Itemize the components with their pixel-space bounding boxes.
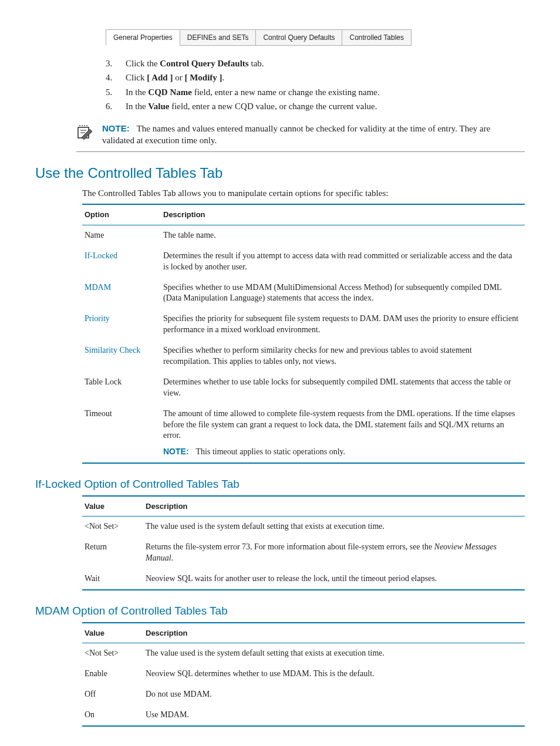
opt-desc: Specifies whether to perform similarity … xyxy=(161,340,525,372)
table-row: <Not Set> The value used is the system d… xyxy=(82,643,525,664)
col-value: Value xyxy=(82,496,143,517)
table-row: On Use MDAM. xyxy=(82,705,525,726)
step-post: field, enter a new name or change the ex… xyxy=(192,87,380,97)
desc-post: . xyxy=(171,553,174,562)
table-row: Return Returns the file-system error 73.… xyxy=(82,537,525,569)
step-number: 4. xyxy=(106,72,126,83)
step-post: field, enter a new CQD value, or change … xyxy=(169,102,377,111)
table-row: <Not Set> The value used is the system d… xyxy=(82,517,525,537)
table-row: Table Lock Determines whether to use tab… xyxy=(82,372,525,404)
table-row: Wait Neoview SQL waits for another user … xyxy=(82,569,525,590)
section-intro: The Controlled Tables Tab allows you to … xyxy=(82,187,525,199)
iflocked-table: Value Description <Not Set> The value us… xyxy=(82,495,525,590)
val-wait: Wait xyxy=(82,569,143,590)
opt-desc: Specifies the priority for subsequent fi… xyxy=(161,309,525,340)
val-desc: Do not use MDAM. xyxy=(143,684,525,705)
step-bold2: [ Modify ] xyxy=(184,73,222,82)
opt-desc: Specifies whether to use MDAM (MultiDime… xyxy=(161,278,525,309)
heading-controlled-tables: Use the Controlled Tables Tab xyxy=(35,164,525,183)
val-desc: The value used is the system default set… xyxy=(143,643,525,664)
step-mid: or xyxy=(173,73,184,82)
step-bold: CQD Name xyxy=(148,87,192,97)
step-number: 6. xyxy=(106,100,126,112)
opt-timeout: Timeout xyxy=(82,404,161,464)
step-text: In the CQD Name field, enter a new name … xyxy=(126,86,380,98)
val-on: On xyxy=(82,705,143,726)
note-block: NOTE:The names and values entered manual… xyxy=(76,123,525,152)
opt-mdam[interactable]: MDAM xyxy=(82,278,161,309)
step-number: 5. xyxy=(106,86,126,98)
opt-priority[interactable]: Priority xyxy=(82,309,161,340)
heading-iflocked: If-Locked Option of Controlled Tables Ta… xyxy=(35,477,525,492)
step-pre: Click the xyxy=(126,59,160,68)
col-description: Description xyxy=(143,496,525,517)
tab-controlled-tables[interactable]: Controlled Tables xyxy=(342,29,411,46)
opt-desc-text: The amount of time allowed to complete f… xyxy=(163,409,515,440)
col-option: Option xyxy=(82,204,161,225)
val-notset: <Not Set> xyxy=(82,643,143,664)
inline-note-label: NOTE: xyxy=(163,446,189,457)
table-row: Priority Specifies the priority for subs… xyxy=(82,309,525,340)
inline-note-text: This timeout applies to static operation… xyxy=(196,447,346,456)
opt-table-lock: Table Lock xyxy=(82,372,161,404)
step-pre: Click xyxy=(126,73,147,82)
step-5: 5. In the CQD Name field, enter a new na… xyxy=(106,86,525,98)
col-description: Description xyxy=(161,204,525,225)
val-desc: Neoview SQL waits for another user to re… xyxy=(143,569,525,590)
step-bold: Value xyxy=(148,102,169,111)
opt-similarity-check[interactable]: Similarity Check xyxy=(82,340,161,372)
step-4: 4. Click [ Add ] or [ Modify ]. xyxy=(106,72,525,83)
col-value: Value xyxy=(82,623,143,643)
step-6: 6. In the Value field, enter a new CQD v… xyxy=(106,100,525,112)
step-pre: In the xyxy=(126,102,148,111)
note-label: NOTE: xyxy=(102,123,130,133)
opt-name: Name xyxy=(82,225,161,245)
val-desc: Use MDAM. xyxy=(143,705,525,726)
opt-desc: The table name. xyxy=(161,225,525,245)
step-post: tab. xyxy=(249,59,264,68)
table-row: Name The table name. xyxy=(82,225,525,245)
tabs-figure: General Properties DEFINEs and SETs Cont… xyxy=(106,29,525,46)
table-row: Enable Neoview SQL determines whether to… xyxy=(82,664,525,684)
step-pre: In the xyxy=(126,87,148,97)
step-text: Click the Control Query Defaults tab. xyxy=(126,58,264,69)
table-row: Similarity Check Specifies whether to pe… xyxy=(82,340,525,372)
steps-list: 3. Click the Control Query Defaults tab.… xyxy=(106,58,525,112)
opt-desc: The amount of time allowed to complete f… xyxy=(161,404,525,464)
heading-mdam: MDAM Option of Controlled Tables Tab xyxy=(35,603,525,619)
val-notset: <Not Set> xyxy=(82,517,143,537)
step-bold: [ Add ] xyxy=(147,73,173,82)
table-row: MDAM Specifies whether to use MDAM (Mult… xyxy=(82,278,525,309)
mdam-table: Value Description <Not Set> The value us… xyxy=(82,622,525,727)
val-enable: Enable xyxy=(82,664,143,684)
desc-pre: Returns the file-system error 73. For mo… xyxy=(146,542,434,551)
step-number: 3. xyxy=(106,58,126,69)
val-desc: The value used is the system default set… xyxy=(143,517,525,537)
step-text: In the Value field, enter a new CQD valu… xyxy=(126,100,377,112)
val-desc: Neoview SQL determines whether to use MD… xyxy=(143,664,525,684)
tab-general-properties[interactable]: General Properties xyxy=(106,29,180,46)
table-row: If-Locked Determines the result if you a… xyxy=(82,246,525,278)
step-3: 3. Click the Control Query Defaults tab. xyxy=(106,58,525,69)
note-icon xyxy=(76,124,93,143)
table-row: Timeout The amount of time allowed to co… xyxy=(82,404,525,464)
val-off: Off xyxy=(82,684,143,705)
tabbar: General Properties DEFINEs and SETs Cont… xyxy=(106,29,411,46)
step-post: . xyxy=(222,73,225,82)
table-row: Off Do not use MDAM. xyxy=(82,684,525,705)
col-description: Description xyxy=(143,623,525,643)
opt-desc: Determines the result if you attempt to … xyxy=(161,246,525,278)
tab-control-query-defaults[interactable]: Control Query Defaults xyxy=(255,29,342,46)
tab-defines-sets[interactable]: DEFINEs and SETs xyxy=(180,29,256,46)
note-text-container: NOTE:The names and values entered manual… xyxy=(102,123,525,147)
step-text: Click [ Add ] or [ Modify ]. xyxy=(126,72,224,83)
val-return: Return xyxy=(82,537,143,569)
note-text: The names and values entered manually ca… xyxy=(102,124,490,145)
opt-iflocked[interactable]: If-Locked xyxy=(82,246,161,278)
opt-desc: Determines whether to use table locks fo… xyxy=(161,372,525,404)
val-desc: Returns the file-system error 73. For mo… xyxy=(143,537,525,569)
step-bold: Control Query Defaults xyxy=(160,59,248,68)
options-table: Option Description Name The table name. … xyxy=(82,204,525,464)
